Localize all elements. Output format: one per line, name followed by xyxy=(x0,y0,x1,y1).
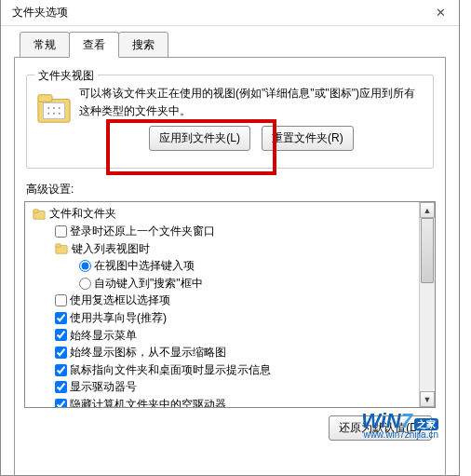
tree-checkbox[interactable] xyxy=(55,225,67,238)
tree-item[interactable]: 隐藏计算机文件夹中的空驱动器 xyxy=(29,396,433,408)
folder-view-description: 可以将该文件夹正在使用的视图(例如"详细信息"或"图标")应用到所有这种类型的文… xyxy=(79,85,424,120)
tree-item[interactable]: 使用共享向导(推荐) xyxy=(29,309,433,327)
tab-search[interactable]: 搜索 xyxy=(118,32,168,58)
tab-strip: 常规 查看 搜索 xyxy=(20,32,459,58)
tree-checkbox[interactable] xyxy=(55,347,67,359)
tree-item-label: 始终显示图标，从不显示缩略图 xyxy=(70,344,226,361)
svg-rect-1 xyxy=(38,95,52,102)
folder-view-group: 文件夹视图 可以将该文件夹正在使用的视图(例如"详细信息"或"图标")应用到所有… xyxy=(26,75,434,169)
tree-item: 文件和文件夹 xyxy=(29,205,433,223)
tree-item-label: 鼠标指向文件夹和桌面项时显示提示信息 xyxy=(70,361,271,379)
tree-item[interactable]: 在视图中选择键入项 xyxy=(29,257,433,275)
tree-radio[interactable] xyxy=(79,260,91,272)
svg-rect-2 xyxy=(44,102,65,118)
tree-item[interactable]: 自动键入到"搜索"框中 xyxy=(29,275,433,292)
advanced-settings-label: 高级设置: xyxy=(26,182,436,197)
tree-item-label: 自动键入到"搜索"框中 xyxy=(94,275,203,292)
tree-item-label: 使用共享向导(推荐) xyxy=(70,309,167,327)
tree-item: 键入列表视图时 xyxy=(29,240,433,258)
svg-rect-10 xyxy=(34,209,38,212)
view-panel: 文件夹视图 可以将该文件夹正在使用的视图(例如"详细信息"或"图标")应用到所有… xyxy=(14,57,446,476)
svg-point-6 xyxy=(47,113,49,115)
svg-point-7 xyxy=(53,113,55,115)
tree-item-label: 键入列表视图时 xyxy=(72,240,150,258)
tree-item[interactable]: 显示驱动器号 xyxy=(29,378,433,396)
tree-item[interactable]: 登录时还原上一个文件夹窗口 xyxy=(29,223,433,240)
tree-checkbox[interactable] xyxy=(55,399,67,409)
tree-item-label: 始终显示菜单 xyxy=(70,327,137,345)
close-icon[interactable]: ✕ xyxy=(426,6,455,20)
tree-checkbox[interactable] xyxy=(55,381,67,393)
tree-checkbox[interactable] xyxy=(55,364,67,376)
svg-point-4 xyxy=(53,107,55,109)
folder-icon xyxy=(36,90,72,126)
tree-item-label: 隐藏计算机文件夹中的空驱动器 xyxy=(70,396,226,408)
tree-checkbox[interactable] xyxy=(55,294,67,306)
svg-rect-12 xyxy=(56,244,61,248)
scroll-down-icon[interactable]: ▼ xyxy=(420,391,435,407)
scrollbar[interactable]: ▲ ▼ xyxy=(419,202,435,407)
tree-item-label: 在视图中选择键入项 xyxy=(94,257,195,275)
tree-item-label: 使用复选框以选择项 xyxy=(70,292,170,309)
advanced-settings-tree: 文件和文件夹登录时还原上一个文件夹窗口键入列表视图时在视图中选择键入项自动键入到… xyxy=(24,201,436,408)
window-title: 文件夹选项 xyxy=(12,5,68,20)
tree-item[interactable]: 始终显示菜单 xyxy=(29,327,433,345)
tree-item[interactable]: 使用复选框以选择项 xyxy=(29,292,433,309)
svg-point-8 xyxy=(59,113,61,115)
restore-defaults-button[interactable]: 还原为默认值(D) xyxy=(329,415,432,441)
tree-item-label: 文件和文件夹 xyxy=(49,205,116,223)
tree-item-label: 登录时还原上一个文件夹窗口 xyxy=(70,223,215,240)
tab-view[interactable]: 查看 xyxy=(69,32,119,58)
apply-to-folders-button[interactable]: 应用到文件夹(L) xyxy=(149,126,250,151)
scroll-thumb[interactable] xyxy=(421,218,434,283)
tree-checkbox[interactable] xyxy=(55,329,67,341)
folder-view-text: 可以将该文件夹正在使用的视图(例如"详细信息"或"图标")应用到所有这种类型的文… xyxy=(79,85,424,151)
tab-general[interactable]: 常规 xyxy=(20,32,70,58)
scroll-up-icon[interactable]: ▲ xyxy=(420,202,435,218)
tree-radio[interactable] xyxy=(79,278,91,290)
tree-item[interactable]: 鼠标指向文件夹和桌面项时显示提示信息 xyxy=(29,361,433,379)
title-bar: 文件夹选项 ✕ xyxy=(1,0,459,26)
folder-view-title: 文件夹视图 xyxy=(34,68,98,84)
svg-point-5 xyxy=(59,107,61,109)
tree-item-label: 显示驱动器号 xyxy=(70,378,137,396)
tree-checkbox[interactable] xyxy=(55,312,67,324)
folder-options-window: 文件夹选项 ✕ 常规 查看 搜索 文件夹视图 可以将该文件夹正在使用的视图(例如… xyxy=(0,0,460,476)
reset-folders-button[interactable]: 重置文件夹(R) xyxy=(262,126,354,151)
tree-item[interactable]: 始终显示图标，从不显示缩略图 xyxy=(29,344,433,361)
svg-point-3 xyxy=(47,107,49,109)
